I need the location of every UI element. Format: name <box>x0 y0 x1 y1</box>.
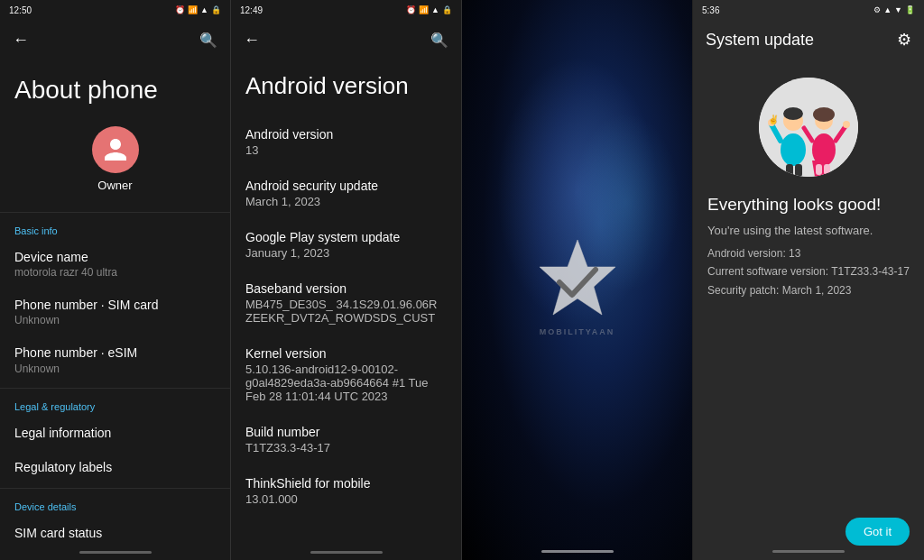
search-button-2[interactable]: 🔍 <box>430 32 448 49</box>
android-version-row[interactable]: Android version 13 <box>231 116 461 168</box>
baseband-value: MB475_DE30S_ 34.1S29.01.96.06R ZEEKR_DVT… <box>245 298 447 325</box>
security-patch-detail: Security patch: March 1, 2023 <box>707 284 851 297</box>
kernel-label: Kernel version <box>245 346 447 361</box>
home-indicator-3 <box>541 550 614 553</box>
checkmark-badge-overlay <box>532 235 623 326</box>
illustration-circle: ✌ <box>759 78 858 177</box>
kernel-value: 5.10.136-android12-9-00102-g0al4829eda3a… <box>245 363 447 403</box>
about-phone-panel: 12:50 ⏰ 📶 ▲ 🔒 ← 🔍 About phone Owner Basi… <box>0 0 231 560</box>
checkmark-badge <box>532 235 623 326</box>
build-value: T1TZ33.3-43-17 <box>245 441 447 454</box>
lock-icon-1: 🔒 <box>211 5 221 14</box>
search-button-1[interactable]: 🔍 <box>199 32 217 49</box>
device-name-label: Device name <box>14 249 216 265</box>
basic-info-section: Basic info <box>0 216 230 240</box>
update-content: Everything looks good! You're using the … <box>693 186 924 308</box>
got-it-button[interactable]: Got it <box>845 518 910 546</box>
update-heading: Everything looks good! <box>707 195 910 215</box>
illustration-area: ✌ <box>693 60 924 186</box>
status-icons-1: ⏰ 📶 ▲ 🔒 <box>175 5 221 14</box>
kernel-row[interactable]: Kernel version 5.10.136-android12-9-0010… <box>231 335 461 414</box>
owner-section: Owner <box>0 117 230 208</box>
svg-rect-8 <box>795 164 802 177</box>
security-update-row[interactable]: Android security update March 1, 2023 <box>231 168 461 219</box>
divider-2 <box>0 388 230 389</box>
status-icons-2: ⏰ 📶 ▲ 🔒 <box>406 5 452 14</box>
celebration-illustration: ✌ <box>759 78 858 177</box>
phone-sim-row[interactable]: Phone number · SIM card Unknown <box>0 288 230 335</box>
divider-3 <box>0 488 230 489</box>
status-bar-2: 12:49 ⏰ 📶 ▲ 🔒 <box>231 0 461 20</box>
device-name-row[interactable]: Device name motorola razr 40 ultra <box>0 240 230 288</box>
thinkshield-label: ThinkShield for mobile <box>245 476 447 491</box>
svg-rect-7 <box>786 164 793 177</box>
svg-point-2 <box>781 133 806 166</box>
svg-point-13 <box>843 121 850 128</box>
play-update-value: January 1, 2023 <box>245 246 447 260</box>
sim-status-label: SIM card status <box>14 525 216 541</box>
divider-1 <box>0 212 230 213</box>
update-detail: Android version: 13 Current software ver… <box>707 244 910 299</box>
signal-icon-2: 📶 <box>419 5 429 14</box>
device-name-value: motorola razr 40 ultra <box>14 266 216 279</box>
build-row[interactable]: Build number T1TZ33.3-43-17 <box>231 414 461 465</box>
baseband-label: Baseband version <box>245 281 447 296</box>
svg-text:✌: ✌ <box>768 114 780 125</box>
android-version-title: Android version <box>231 60 461 116</box>
thinkshield-value: 13.01.000 <box>245 492 447 506</box>
svg-rect-16 <box>816 164 822 175</box>
android-version-label: Android version <box>245 127 447 142</box>
home-indicator-4 <box>772 550 845 553</box>
top-bar-1: ← 🔍 <box>0 20 230 60</box>
home-bar-2 <box>231 544 461 560</box>
phone-esim-label: Phone number · eSIM <box>14 344 216 361</box>
gear-icon[interactable]: ⚙ <box>897 30 911 50</box>
back-button-1[interactable]: ← <box>13 31 29 50</box>
thinkshield-row[interactable]: ThinkShield for mobile 13.01.000 <box>231 465 461 517</box>
reg-labels-row[interactable]: Regulatory labels <box>0 450 230 484</box>
security-update-label: Android security update <box>245 179 447 193</box>
reg-labels-label: Regulatory labels <box>14 459 216 475</box>
play-update-label: Google Play system update <box>245 230 447 244</box>
build-label: Build number <box>245 425 447 439</box>
android-version-detail: Android version: 13 <box>707 247 800 260</box>
legal-info-row[interactable]: Legal information <box>0 416 230 450</box>
home-bar-1 <box>0 544 230 560</box>
play-update-row[interactable]: Google Play system update January 1, 202… <box>231 219 461 271</box>
phone-esim-row[interactable]: Phone number · eSIM Unknown <box>0 335 230 383</box>
wifi-icon-2: ▲ <box>431 5 439 14</box>
security-update-value: March 1, 2023 <box>245 195 447 208</box>
home-indicator-2 <box>310 551 383 554</box>
top-bar-2: ← 🔍 <box>231 20 461 60</box>
baseband-row[interactable]: Baseband version MB475_DE30S_ 34.1S29.01… <box>231 271 461 335</box>
alarm-icon-2: ⏰ <box>406 5 416 14</box>
svg-marker-0 <box>540 240 615 315</box>
status-time-2: 12:49 <box>240 5 263 15</box>
android-version-value: 13 <box>245 143 447 157</box>
status-bar-1: 12:50 ⏰ 📶 ▲ 🔒 <box>0 0 230 20</box>
svg-point-11 <box>813 107 835 122</box>
watermark-text: MOBILITYAAN <box>540 327 615 336</box>
signal-icon: 📶 <box>188 5 198 14</box>
phone-sim-value: Unknown <box>14 314 216 326</box>
sim-status-row[interactable]: SIM card status Not available <box>0 516 230 544</box>
settings-status-icon: ⚙ <box>873 5 881 14</box>
device-details-section: Device details <box>0 492 230 516</box>
update-sub-text: You're using the latest software. <box>707 224 910 237</box>
status-bar-4: 5:36 ⚙ ▲ ▼ 🔋 <box>693 0 924 20</box>
system-update-panel: 5:36 ⚙ ▲ ▼ 🔋 System update ⚙ <box>693 0 924 560</box>
avatar[interactable] <box>92 126 139 173</box>
owner-label: Owner <box>97 179 132 192</box>
system-update-title: System update <box>706 31 814 50</box>
about-phone-title: About phone <box>0 60 230 117</box>
wifi-icon-1: ▲ <box>200 5 208 14</box>
home-indicator-1 <box>79 551 152 554</box>
signal-icon-4: ▲ <box>883 5 892 14</box>
software-version-detail: Current software version: T1TZ33.3-43-17 <box>707 265 910 278</box>
back-button-2[interactable]: ← <box>244 31 260 50</box>
svg-rect-17 <box>824 164 830 175</box>
android-version-scroll: Android version 13 Android security upda… <box>231 116 461 544</box>
svg-point-4 <box>783 107 803 120</box>
status-icons-4: ⚙ ▲ ▼ 🔋 <box>873 5 915 14</box>
status-time-4: 5:36 <box>702 5 719 15</box>
